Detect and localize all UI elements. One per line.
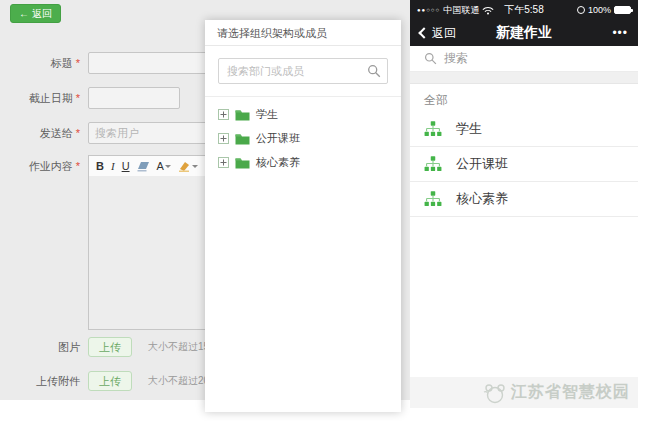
required-asterisk: * [76,92,80,104]
underline-button[interactable]: U [122,158,130,174]
tree-item-students[interactable]: 学生 [218,105,388,124]
chevron-down-icon [192,165,198,171]
required-asterisk: * [76,127,80,139]
search-icon [424,52,437,65]
mobile-screenshot: ●●○○○ 中国联通 下午5:58 100% 返回 新建作业 ••• [410,0,638,408]
phone-nav-bar: 返回 新建作业 ••• [410,20,638,46]
modal-title: 请选择组织架构或成员 [205,20,401,46]
list-group-separator [410,72,638,84]
content-label: 作业内容* [0,155,80,177]
expand-plus-icon[interactable] [218,109,229,120]
tree-item-label: 核心素养 [256,155,300,170]
highlighter-icon [178,161,191,172]
image-upload-button[interactable]: 上传 [88,337,132,357]
highlight-button[interactable] [178,158,198,174]
content-label-text: 作业内容 [29,160,73,172]
attachment-label-text: 上传附件 [36,375,80,387]
tree-item-label: 学生 [256,107,278,122]
org-chart-icon [424,190,442,208]
mascot-logo-icon [481,382,507,404]
back-button-label: 返回 [32,5,52,22]
org-chart-icon [424,155,442,173]
chevron-down-icon [165,165,171,171]
phone-org-list: 学生 公开课班 核心 [410,112,638,217]
phone-page-title: 新建作业 [410,24,638,42]
italic-button[interactable]: I [111,158,115,174]
phone-search-placeholder: 搜索 [444,50,468,67]
required-asterisk: * [76,160,80,172]
modal-search-input[interactable] [218,58,388,84]
more-menu-button[interactable]: ••• [612,26,628,40]
deadline-input[interactable] [88,87,180,109]
modal-search-box [218,58,388,84]
screenshot-root: ← 返回 标题* 截止日期* 发送给* 作业内容* B I U [0,0,648,421]
image-label-text: 图片 [58,341,80,353]
title-label: 标题* [0,52,80,74]
alarm-icon [577,6,585,14]
deadline-label-text: 截止日期 [29,92,73,104]
search-icon [367,64,381,78]
org-member-picker-modal: 请选择组织架构或成员 学生 公开课班 [205,20,401,412]
list-item-core-literacy[interactable]: 核心素养 [410,182,638,217]
send-to-label: 发送给* [0,122,80,144]
folder-icon [235,109,250,121]
status-bar: ●●○○○ 中国联通 下午5:58 100% [410,0,638,20]
tree-item-label: 公开课班 [256,131,300,146]
eraser-icon [137,161,150,172]
list-item-label: 核心素养 [456,190,508,208]
list-item-students[interactable]: 学生 [410,112,638,147]
send-to-label-text: 发送给 [40,127,73,139]
attachment-label: 上传附件 [0,371,80,391]
font-color-button[interactable]: A [157,158,171,174]
back-arrow-icon: ← [19,5,29,22]
battery-icon [614,6,631,14]
tree-item-core-literacy[interactable]: 核心素养 [218,153,388,172]
phone-search-bar[interactable]: 搜索 [410,46,638,72]
back-button[interactable]: ← 返回 [10,4,61,23]
folder-icon [235,157,250,169]
section-header-all: 全部 [410,84,638,112]
deadline-label: 截止日期* [0,87,80,109]
attachment-upload-button[interactable]: 上传 [88,371,132,391]
image-label: 图片 [0,337,80,357]
required-asterisk: * [76,57,80,69]
folder-icon [235,133,250,145]
list-item-label: 学生 [456,120,482,138]
expand-plus-icon[interactable] [218,133,229,144]
modal-body: 学生 公开课班 核心素养 [205,46,401,172]
divider [205,96,401,97]
watermark-band: 江苏省智慧校园 [410,377,638,408]
org-tree: 学生 公开课班 核心素养 [218,105,388,172]
title-label-text: 标题 [51,57,73,69]
eraser-button[interactable] [137,158,150,174]
list-item-open-class[interactable]: 公开课班 [410,147,638,182]
expand-plus-icon[interactable] [218,157,229,168]
watermark-text: 江苏省智慧校园 [511,382,630,403]
status-right: 100% [577,5,631,15]
tree-item-open-class[interactable]: 公开课班 [218,129,388,148]
list-item-label: 公开课班 [456,155,508,173]
bold-button[interactable]: B [96,158,104,174]
org-chart-icon [424,120,442,138]
font-color-letter: A [157,160,164,172]
battery-percent-label: 100% [588,5,611,15]
